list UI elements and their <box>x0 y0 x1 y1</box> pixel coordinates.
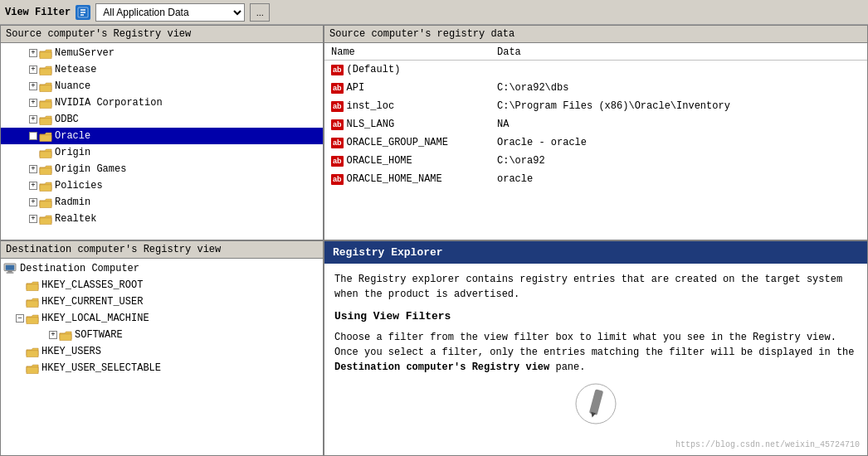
watermark: https://blog.csdn.net/weixin_45724710 <box>675 440 860 449</box>
ab-badge: ab <box>331 138 344 148</box>
top-bar: View Filter All Application Data ... <box>0 0 868 25</box>
expand-btn-nuance[interactable]: + <box>29 82 37 90</box>
filter-select[interactable]: All Application Data <box>95 3 245 22</box>
explorer-content: The Registry explorer contains registry … <box>324 264 867 455</box>
expand-btn-realtek[interactable]: + <box>29 215 37 223</box>
folder-icon <box>39 181 52 192</box>
explorer-paragraph1: The Registry explorer contains registry … <box>334 272 857 302</box>
tree-item-nvidia[interactable]: + NVIDIA Corporation <box>1 95 323 111</box>
explorer-para2-start: Choose a filter from the view filter box… <box>334 332 855 358</box>
table-row[interactable]: abNLS_LANG NA <box>324 115 867 133</box>
computer-icon <box>2 263 17 274</box>
tree-item-oracle[interactable]: + Oracle <box>1 128 323 144</box>
tree-item-origin[interactable]: Origin <box>1 144 323 161</box>
tree-item-nemuserver[interactable]: + NemuServer <box>1 45 323 61</box>
explorer-heading1: Using View Filters <box>334 308 857 325</box>
expand-btn-oracle[interactable]: + <box>29 132 37 140</box>
folder-icon <box>39 148 52 158</box>
table-row[interactable]: abORACLE_HOME_NAME oracle <box>324 170 867 188</box>
ab-badge: ab <box>331 101 344 112</box>
dest-tree-item-software[interactable]: + SOFTWARE <box>1 327 323 343</box>
svg-rect-3 <box>7 271 12 273</box>
tree-item-origingames[interactable]: + Origin Games <box>1 161 323 177</box>
expand-btn-software[interactable]: + <box>49 331 57 339</box>
dest-computer-label: Destination Computer <box>20 261 139 276</box>
ab-badge: ab <box>331 119 344 130</box>
reg-name-cell: abORACLE_HOME <box>324 152 490 170</box>
table-row[interactable]: abAPI C:\ora92\dbs <box>324 79 867 97</box>
expand-btn-odbc[interactable]: + <box>29 115 37 124</box>
label-odbc: ODBC <box>55 112 79 127</box>
folder-icon <box>39 197 52 208</box>
dest-tree-item-hkey_users[interactable]: HKEY_USERS <box>1 343 323 360</box>
table-row[interactable]: abORACLE_HOME C:\ora92 <box>324 152 867 170</box>
label-origingames: Origin Games <box>55 162 126 177</box>
tree-item-netease[interactable]: + Netease <box>1 61 323 78</box>
explorer-para2-bold: Destination computer's Registry view <box>334 361 549 373</box>
registry-table: Name Data ab(Default) abAPI C:\ora92\dbs… <box>324 45 867 188</box>
reg-name-cell: abORACLE_GROUP_NAME <box>324 133 490 152</box>
label-policies: Policies <box>55 178 103 193</box>
dest-label-current_user: HKEY_CURRENT_USER <box>41 294 143 309</box>
reg-data-cell: Oracle - oracle <box>490 133 867 152</box>
view-filter-label: View Filter <box>5 7 71 18</box>
svg-rect-2 <box>6 265 15 270</box>
label-nuance: Nuance <box>55 79 90 94</box>
tree-item-radmin[interactable]: + Radmin <box>1 194 323 211</box>
table-row[interactable]: abinst_loc C:\Program Files (x86)\Oracle… <box>324 97 867 115</box>
reg-name-cell: ab(Default) <box>324 61 490 80</box>
folder-icon <box>39 214 52 225</box>
label-netease: Netease <box>55 62 96 77</box>
table-row[interactable]: abORACLE_GROUP_NAME Oracle - oracle <box>324 133 867 152</box>
dest-tree-item-local_machine[interactable]: − HKEY_LOCAL_MACHINE <box>1 310 323 327</box>
label-nvidia: NVIDIA Corporation <box>55 95 163 110</box>
dest-registry-tree[interactable]: Destination Computer HKEY_CLASSES_ROOT H… <box>1 259 323 455</box>
dest-label-local_machine: HKEY_LOCAL_MACHINE <box>41 311 149 326</box>
expand-btn-nemuserver[interactable]: + <box>29 49 37 57</box>
expand-btn-policies[interactable]: + <box>29 182 37 190</box>
reg-name-cell: abinst_loc <box>324 97 490 115</box>
expand-btn-origingames[interactable]: + <box>29 165 37 173</box>
explorer-header: Registry Explorer <box>324 241 867 264</box>
folder-icon <box>39 48 52 59</box>
reg-data-cell <box>490 61 867 80</box>
folder-icon <box>39 164 52 175</box>
svg-rect-6 <box>589 389 603 415</box>
ab-badge: ab <box>331 83 344 94</box>
registry-data-header: Source computer's registry data <box>324 26 867 43</box>
folder-icon <box>26 347 39 357</box>
tree-item-odbc[interactable]: + ODBC <box>1 111 323 128</box>
dest-tree-item-classes_root[interactable]: HKEY_CLASSES_ROOT <box>1 277 323 293</box>
expand-btn-nvidia[interactable]: + <box>29 99 37 107</box>
expand-btn-local_machine[interactable]: − <box>16 314 24 323</box>
expand-btn-netease[interactable]: + <box>29 65 37 74</box>
explorer-para2-end: pane. <box>549 361 585 373</box>
dest-tree-item-current_user[interactable]: HKEY_CURRENT_USER <box>1 293 323 310</box>
tree-item-nuance[interactable]: + Nuance <box>1 78 323 95</box>
dest-tree-item-user_selectable[interactable]: HKEY_USER_SELECTABLE <box>1 360 323 376</box>
dest-label-software: SOFTWARE <box>75 327 123 342</box>
col-data: Data <box>490 45 867 61</box>
folder-icon <box>39 65 52 75</box>
table-row[interactable]: ab(Default) <box>324 61 867 80</box>
folder-icon <box>26 280 39 291</box>
explorer-paragraph2: Choose a filter from the view filter box… <box>334 330 857 375</box>
dest-computer-node[interactable]: Destination Computer <box>1 260 323 277</box>
folder-icon <box>39 131 52 142</box>
expand-btn-radmin[interactable]: + <box>29 198 37 206</box>
folder-icon <box>39 114 52 125</box>
tree-item-policies[interactable]: + Policies <box>1 177 323 194</box>
source-registry-tree[interactable]: + NemuServer+ Netease+ Nuance+ NVIDIA Co… <box>1 43 323 240</box>
svg-rect-4 <box>7 272 14 273</box>
ab-badge: ab <box>331 156 344 167</box>
dest-label-classes_root: HKEY_CLASSES_ROOT <box>41 278 143 293</box>
folder-icon <box>39 98 52 109</box>
registry-data-content: Name Data ab(Default) abAPI C:\ora92\dbs… <box>324 43 867 240</box>
label-realtek: Realtek <box>55 211 96 226</box>
source-registry-panel: Source computer's Registry view + NemuSe… <box>0 25 324 240</box>
tree-item-realtek[interactable]: + Realtek <box>1 211 323 227</box>
reg-data-cell: C:\Program Files (x86)\Oracle\Inventory <box>490 97 867 115</box>
filter-btn[interactable]: ... <box>250 3 270 22</box>
shield-icon <box>77 7 89 18</box>
reg-name-cell: abORACLE_HOME_NAME <box>324 170 490 188</box>
